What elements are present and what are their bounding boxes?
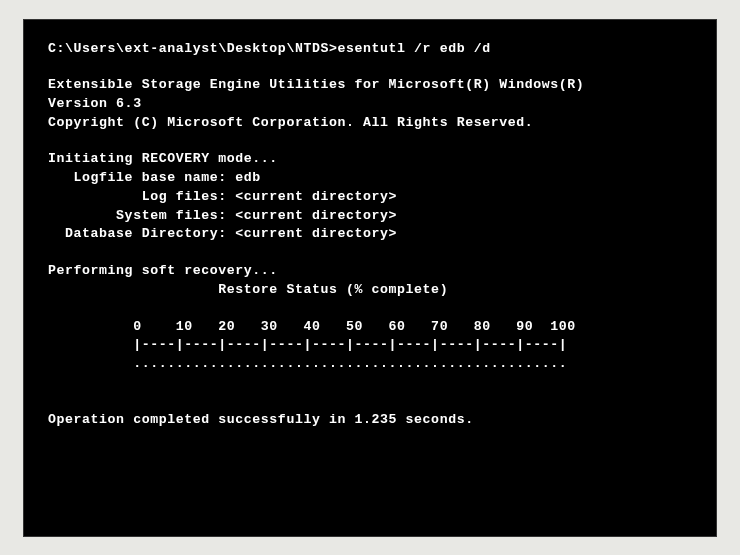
progress-scale: 0 10 20 30 40 50 60 70 80 90 100: [48, 318, 692, 337]
entered-command: esentutl /r edb /d: [337, 41, 490, 56]
blank-line-1: [48, 374, 692, 393]
db-dir-line: Database Directory: <current directory>: [48, 225, 692, 244]
header-version: Version 6.3: [48, 95, 692, 114]
progress-ruler: |----|----|----|----|----|----|----|----…: [48, 336, 692, 355]
restore-status-label: Restore Status (% complete): [48, 281, 692, 300]
command-prompt-line: C:\Users\ext-analyst\Desktop\NTDS>esentu…: [48, 40, 692, 59]
system-files-line: System files: <current directory>: [48, 207, 692, 226]
header-copyright: Copyright (C) Microsoft Corporation. All…: [48, 114, 692, 133]
header-title: Extensible Storage Engine Utilities for …: [48, 76, 692, 95]
recovery-mode-line: Initiating RECOVERY mode...: [48, 150, 692, 169]
performing-line: Performing soft recovery...: [48, 262, 692, 281]
logfile-base-line: Logfile base name: edb: [48, 169, 692, 188]
log-files-line: Log files: <current directory>: [48, 188, 692, 207]
terminal-output: C:\Users\ext-analyst\Desktop\NTDS>esentu…: [48, 40, 692, 430]
blank-line-2: [48, 393, 692, 412]
prompt-path: C:\Users\ext-analyst\Desktop\NTDS>: [48, 41, 337, 56]
progress-dots: ........................................…: [48, 355, 692, 374]
terminal-window[interactable]: C:\Users\ext-analyst\Desktop\NTDS>esentu…: [23, 19, 717, 537]
result-line: Operation completed successfully in 1.23…: [48, 411, 692, 430]
